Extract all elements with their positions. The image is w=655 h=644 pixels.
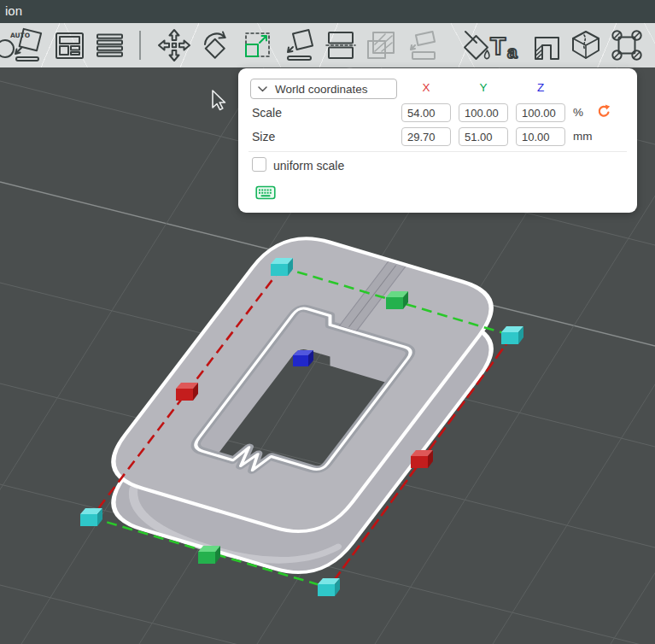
arrange-icon[interactable] [50,26,88,64]
text-icon[interactable]: T a [487,26,524,64]
scale-icon[interactable] [237,26,275,64]
support-paint-icon [405,26,442,64]
coordinate-system-value: World coordinates [275,83,368,96]
layers-icon[interactable] [91,26,128,64]
reset-scale-icon[interactable] [597,104,611,118]
place-on-face-icon[interactable] [281,26,319,64]
size-unit: mm [573,130,593,143]
uniform-scale-label: uniform scale [273,159,344,173]
scale-handle-y-1[interactable] [386,291,408,309]
scale-x-input[interactable] [401,103,451,122]
rotate-icon[interactable] [196,26,234,64]
scale-y-input[interactable] [459,103,508,122]
svg-text:T: T [490,32,506,60]
keyboard-icon[interactable] [255,184,276,201]
scale-handle-x-2[interactable] [411,450,433,468]
split-icon[interactable] [322,26,360,64]
seam-icon[interactable] [528,26,565,64]
size-y-input[interactable] [459,127,508,146]
top-bar: ion [0,0,655,23]
toolbar-separator [139,31,141,60]
cut-icon[interactable] [567,26,605,64]
uniform-scale-checkbox[interactable] [252,157,266,172]
size-z-input[interactable] [516,127,565,146]
svg-text:AUTO: AUTO [10,32,30,39]
scale-handle-corner-3[interactable] [80,508,102,526]
scale-z-input[interactable] [516,103,565,122]
fixture-icon[interactable] [608,26,646,64]
main-toolbar: AUTO [0,23,655,67]
axis-label-z: Z [516,81,565,94]
window-title: ion [5,3,22,18]
auto-orient-icon[interactable]: AUTO [9,26,46,64]
variable-layer-height-icon [362,26,400,64]
scale-unit: % [573,106,583,119]
scale-handle-x-1[interactable] [176,383,198,401]
scale-handle-corner-1[interactable] [271,258,293,276]
size-row-label: Size [252,130,275,143]
scale-handle-z[interactable] [293,350,313,366]
scale-row-label: Scale [252,106,282,120]
scale-handle-corner-4[interactable] [318,578,340,596]
scale-handle-corner-2[interactable] [501,326,523,344]
svg-text:a: a [507,42,518,61]
coordinate-system-dropdown[interactable]: World coordinates [250,79,397,99]
application-window: ion AUTO [0,0,655,644]
move-icon[interactable] [155,26,193,64]
scale-handle-y-2[interactable] [198,546,220,564]
axis-label-x: X [401,81,451,94]
axis-label-y: Y [459,81,508,94]
scale-panel: World coordinates X Y Z Scale % Size mm … [238,68,637,213]
panel-divider [249,151,627,152]
chevron-down-icon [258,86,267,92]
size-x-input[interactable] [401,127,451,146]
